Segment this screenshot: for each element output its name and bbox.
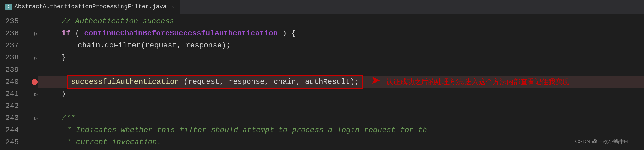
- tab-bar: C AbstractAuthenticationProcessingFilter…: [0, 0, 644, 14]
- gutter-239: [24, 64, 38, 76]
- code-line-243: /**: [38, 112, 644, 124]
- code-area: 235 236 237 238 239 240 241 242 243 244 …: [0, 14, 644, 150]
- brace-close-238: }: [40, 52, 66, 64]
- method-successfulAuth: successfulAuthentication: [71, 78, 179, 86]
- paren-close: ) {: [282, 29, 295, 38]
- line-num-240: 240: [0, 76, 19, 88]
- method-args: (request, response, chain, authResult);: [184, 78, 359, 86]
- code-line-237: chain.doFilter(request, response);: [38, 40, 644, 52]
- gutter-236: ▷: [24, 28, 38, 40]
- code-line-238: }: [38, 52, 644, 64]
- fold-241[interactable]: ▷: [34, 91, 38, 98]
- line-num-241: 241: [0, 88, 19, 100]
- brace-close-241: }: [40, 88, 66, 100]
- gutter-244: [24, 124, 38, 136]
- gutter-245: [24, 136, 38, 148]
- line-num-245: 245: [0, 136, 19, 148]
- gutter-235: [24, 16, 38, 28]
- var-continueChain: continueChainBeforeSuccessfulAuthenticat…: [84, 29, 278, 38]
- line-num-243: 243: [0, 112, 19, 124]
- javadoc-line1: * Indicates whether this filter should a…: [40, 124, 427, 136]
- red-arrow-icon: ➤: [371, 74, 381, 90]
- gutter-238: ▷: [24, 52, 38, 64]
- line-num-244: 244: [0, 124, 19, 136]
- keyword-if: if: [62, 29, 71, 38]
- javadoc-line2: * current invocation.: [67, 136, 162, 148]
- watermark: CSDN @一枚小蜗牛H: [575, 137, 628, 146]
- file-icon: C: [5, 4, 12, 10]
- code-line-242: [38, 100, 644, 112]
- tab-title: AbstractAuthenticationProcessingFilter.j…: [14, 3, 167, 10]
- tab-close-button[interactable]: ×: [171, 4, 174, 10]
- line-num-239: 239: [0, 64, 19, 76]
- chain-dofilter: chain.doFilter(request, response);: [78, 41, 231, 50]
- gutter-237: [24, 40, 38, 52]
- code-line-236: if ( continueChainBeforeSuccessfulAuthen…: [38, 28, 644, 40]
- gutter-242: [24, 100, 38, 112]
- code-lines: // Authentication success if ( continueC…: [38, 14, 644, 150]
- editor-container: C AbstractAuthenticationProcessingFilter…: [0, 0, 644, 150]
- javadoc-start: /**: [40, 112, 75, 124]
- breakpoint-240[interactable]: [32, 79, 38, 85]
- gutter-240: [24, 76, 38, 88]
- line-num-236: 236: [0, 28, 19, 40]
- line-num-242: 242: [0, 100, 19, 112]
- gutter-243: ▷: [24, 112, 38, 124]
- fold-243[interactable]: ▷: [34, 115, 38, 122]
- line-num-238: 238: [0, 52, 19, 64]
- code-line-245: * current invocation. CSDN @一枚小蜗牛H: [38, 136, 644, 148]
- line-num-237: 237: [0, 40, 19, 52]
- code-line-244: * Indicates whether this filter should a…: [38, 124, 644, 136]
- code-line-235: // Authentication success: [38, 16, 644, 28]
- code-line-240: successfulAuthentication (request, respo…: [38, 76, 644, 88]
- fold-238[interactable]: ▷: [34, 54, 38, 61]
- gutter: ▷ ▷ ▷ ▷: [24, 14, 38, 150]
- file-tab[interactable]: C AbstractAuthenticationProcessingFilter…: [0, 0, 180, 14]
- annotation-text: 认证成功之后的处理方法,进入这个方法内部查看记住我实现: [386, 76, 569, 88]
- gutter-241: ▷: [24, 88, 38, 100]
- line-numbers: 235 236 237 238 239 240 241 242 243 244 …: [0, 14, 24, 150]
- comment-235: // Authentication success: [40, 16, 174, 28]
- line-num-235: 235: [0, 16, 19, 28]
- arrow-annotation: ➤ 认证成功之后的处理方法,进入这个方法内部查看记住我实现: [371, 74, 569, 90]
- code-line-241: }: [38, 88, 644, 100]
- fold-236[interactable]: ▷: [34, 30, 38, 37]
- paren-open: (: [75, 29, 80, 38]
- boxed-successful-auth: successfulAuthentication (request, respo…: [67, 75, 363, 89]
